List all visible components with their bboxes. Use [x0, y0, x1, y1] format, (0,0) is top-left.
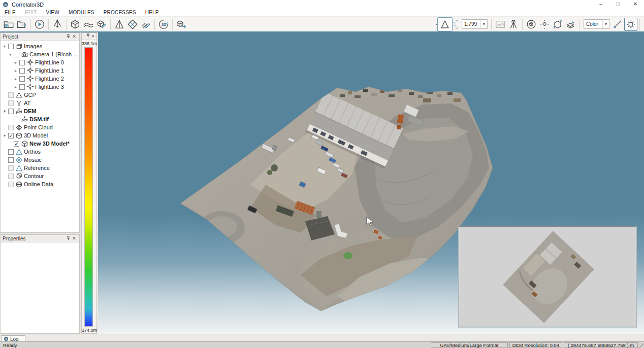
tree-item-new-3d-model[interactable]: ✓New 3D Model*	[1, 140, 79, 148]
tree-item-gcp[interactable]: GCP	[1, 91, 79, 99]
maximize-button[interactable]: □	[609, 0, 627, 9]
slope-display-button[interactable]	[611, 18, 624, 31]
menu-view[interactable]: VIEW	[42, 10, 64, 15]
dsm-surface-button[interactable]	[82, 18, 95, 31]
tree-item-dsm-tif[interactable]: DSM.tif	[1, 115, 79, 123]
project-panel: Project ✕ ▾Images▾Camera 1 (Ricoh GR...▸…	[0, 32, 80, 233]
expander-icon[interactable]: ▸	[13, 60, 18, 65]
toolbar-separator	[491, 19, 492, 30]
tree-item-flightline-2[interactable]: ▸FlightLine 2	[1, 75, 79, 83]
checkbox[interactable]	[19, 60, 25, 65]
orbit-view-button[interactable]	[525, 18, 538, 31]
tree-item-label: FlightLine 1	[35, 67, 64, 74]
dem-generation-button[interactable]	[69, 18, 82, 31]
pin-icon[interactable]	[65, 236, 71, 241]
main-toolbar: 1:799▼Color▼	[0, 17, 644, 32]
new-project-button[interactable]	[2, 18, 15, 31]
close-panel-icon[interactable]: ✕	[90, 34, 95, 39]
dem-editing-button[interactable]	[95, 18, 108, 31]
viewport-3d[interactable]	[98, 32, 644, 334]
toolbar-separator	[66, 19, 67, 30]
title-bar: Correlator3D – □ ✕	[0, 0, 644, 9]
tree-item-flightline-1[interactable]: ▸FlightLine 1	[1, 66, 79, 75]
chevron-down-icon[interactable]: ▼	[602, 20, 609, 28]
menu-processes[interactable]: PROCESSES	[99, 10, 141, 15]
menu-edit: EDIT	[20, 10, 42, 15]
mosaic-icon	[15, 156, 23, 164]
checkbox[interactable]	[8, 157, 14, 163]
minimize-button[interactable]: –	[592, 0, 609, 9]
tree-item-contour[interactable]: Contour	[1, 172, 79, 180]
checkbox[interactable]	[8, 100, 14, 106]
checkbox[interactable]	[14, 117, 19, 122]
close-button[interactable]: ✕	[627, 0, 644, 9]
tree-item-reference[interactable]: Reference	[1, 164, 79, 172]
export-button[interactable]	[175, 18, 188, 31]
lighting-button[interactable]	[624, 18, 637, 31]
tree-item-images[interactable]: ▾Images	[1, 42, 79, 50]
tree-item-orthos[interactable]: Orthos	[1, 148, 79, 156]
menu-help[interactable]: HELP	[141, 10, 164, 15]
expander-icon[interactable]: ▾	[8, 52, 13, 57]
pan-view-button[interactable]	[538, 18, 551, 31]
tree-item-flightline-0[interactable]: ▸FlightLine 0	[1, 58, 79, 66]
tree-item-dem[interactable]: ▾DEM	[1, 107, 79, 115]
checkbox[interactable]	[19, 76, 25, 82]
mosaic-creation-button[interactable]	[126, 18, 139, 31]
expander-icon[interactable]: ▾	[2, 44, 7, 49]
tree-item-at[interactable]: AT	[1, 99, 79, 107]
checkbox[interactable]	[19, 68, 25, 74]
checkbox[interactable]	[14, 52, 19, 57]
menu-modules[interactable]: MODULES	[64, 10, 99, 15]
mosaic-editing-button[interactable]	[139, 18, 152, 31]
scale-select[interactable]: 1:799▼	[462, 19, 488, 29]
expander-icon[interactable]: ▸	[13, 77, 18, 81]
checkbox[interactable]: ✓	[8, 133, 14, 138]
expander-icon[interactable]: ▸	[13, 85, 18, 89]
tree-item-online-data[interactable]: Online Data	[1, 180, 79, 188]
expander-icon[interactable]: ▾	[2, 109, 7, 114]
checkbox[interactable]	[8, 44, 14, 49]
checkbox[interactable]	[8, 125, 14, 130]
menu-file[interactable]: FILE	[0, 10, 20, 15]
tree-item-label: Camera 1 (Ricoh GR...	[29, 51, 79, 57]
rotate-3d-button[interactable]	[157, 18, 170, 31]
minimap-ortho	[459, 227, 636, 327]
tree-item-camera-1-ricoh-gr[interactable]: ▾Camera 1 (Ricoh GR...	[1, 50, 79, 58]
checkbox[interactable]	[8, 165, 14, 171]
overview-minimap[interactable]	[459, 226, 636, 327]
surface-layers-button[interactable]	[564, 18, 577, 31]
project-tree: ▾Images▾Camera 1 (Ricoh GR...▸FlightLine…	[1, 41, 79, 232]
checkbox[interactable]	[8, 173, 14, 179]
checkbox[interactable]	[8, 109, 14, 114]
tree-item-3d-model[interactable]: ▾✓3D Model	[1, 131, 79, 140]
close-panel-icon[interactable]: ✕	[71, 236, 77, 241]
expander-icon[interactable]: ▸	[13, 68, 18, 73]
tree-item-mosaic[interactable]: Mosaic	[1, 156, 79, 164]
checkbox[interactable]	[8, 182, 14, 187]
expander-icon[interactable]: ▾	[2, 133, 7, 138]
tree-item-point-cloud[interactable]: Point Cloud	[1, 123, 79, 131]
resize-grip[interactable]	[639, 342, 643, 348]
run-processing-button[interactable]	[33, 18, 46, 31]
checkbox[interactable]	[19, 84, 25, 90]
delta-triangle-button[interactable]	[437, 17, 453, 31]
new-project-icon	[3, 19, 14, 30]
chevron-down-icon[interactable]: ▼	[480, 20, 487, 28]
checkbox[interactable]	[8, 149, 14, 155]
show-cameras-button[interactable]	[507, 18, 520, 31]
checkbox[interactable]: ✓	[14, 141, 19, 147]
open-project-button[interactable]	[15, 18, 28, 31]
status-coordinates: ( 294476.687 5058627.759 ) m	[564, 342, 638, 348]
tree-item-flightline-3[interactable]: ▸FlightLine 3	[1, 83, 79, 91]
color-mode-select[interactable]: Color▼	[584, 19, 609, 29]
checkbox[interactable]	[8, 92, 14, 98]
clip-volume-button[interactable]	[551, 18, 564, 31]
tree-item-label: DSM.tif	[29, 116, 49, 122]
images-icon	[15, 43, 23, 50]
aerial-triangulation-button[interactable]	[51, 18, 64, 31]
pin-icon[interactable]	[65, 34, 71, 40]
pin-icon[interactable]	[85, 33, 90, 39]
orthorectification-button[interactable]	[113, 18, 126, 31]
close-panel-icon[interactable]: ✕	[71, 34, 77, 39]
